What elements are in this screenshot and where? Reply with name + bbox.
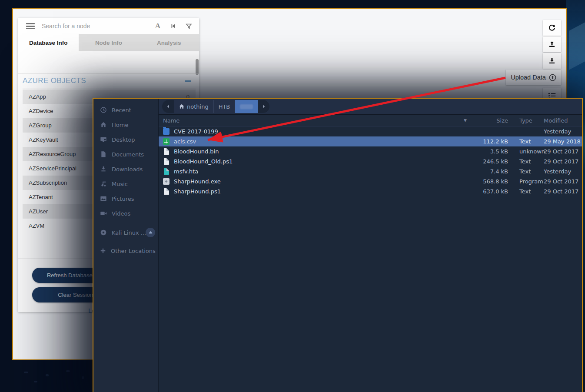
home-icon	[179, 103, 185, 110]
file-icon	[164, 188, 169, 195]
file-row-bloodhound-bin[interactable]: BloodHound.bin 3.5 kB unknown 29 Oct 201…	[159, 146, 582, 156]
pictures-icon	[100, 195, 107, 202]
refresh-button[interactable]	[543, 20, 561, 36]
column-header-modified[interactable]: Modified	[538, 117, 582, 124]
file-row-acls-csv[interactable]: acls.csv 112.2 kB Text 29 May 2018	[159, 136, 582, 146]
file-icon	[164, 148, 169, 155]
spreadsheet-icon	[163, 138, 170, 145]
wallpaper-shape	[569, 17, 585, 70]
sidebar-item-desktop[interactable]: Desktop	[93, 132, 158, 147]
upload-icon	[548, 40, 556, 48]
breadcrumb-back-button[interactable]	[162, 100, 174, 113]
disc-icon	[100, 229, 107, 236]
recent-icon	[100, 106, 107, 113]
sidebar-item-videos[interactable]: Videos	[93, 206, 158, 221]
file-row-bloodhound-old-ps1[interactable]: BloodHound_Old.ps1 246.5 kB Text 29 Oct …	[159, 156, 582, 166]
collapse-icon[interactable]	[185, 80, 191, 82]
sidebar-item-home[interactable]: Home	[93, 117, 158, 132]
videos-icon	[100, 210, 107, 217]
chevron-right-icon	[262, 104, 266, 109]
file-row-sharphound-exe[interactable]: SharpHound.exe 568.8 kB Program 29 Oct 2…	[159, 176, 582, 186]
plus-icon	[100, 248, 106, 254]
download-icon	[548, 57, 556, 65]
column-header-size[interactable]: Size	[476, 117, 508, 124]
desktop-mark	[24, 372, 28, 373]
desktop-mark	[66, 370, 70, 372]
file-list: CVE-2017-0199 Yesterday acls.csv 112.2 k…	[159, 126, 582, 392]
downloads-icon	[100, 166, 107, 173]
file-chooser-dialog: Recent Home Desktop Documents Downloads …	[93, 98, 583, 392]
breadcrumb-htb[interactable]: HTB	[214, 100, 236, 113]
upload-circle-icon	[549, 74, 556, 81]
breadcrumb-forward-button[interactable]	[258, 100, 269, 113]
file-icon	[164, 168, 169, 175]
file-row-cve-2017-0199[interactable]: CVE-2017-0199 Yesterday	[159, 126, 582, 136]
menu-icon[interactable]	[26, 23, 35, 29]
breadcrumb-current-folder[interactable]	[235, 100, 258, 113]
redacted-folder-name	[240, 104, 253, 109]
sidebar-item-documents[interactable]: Documents	[93, 147, 158, 162]
search-bar: A	[18, 18, 199, 34]
divider	[23, 89, 196, 89]
file-list-header: Name ▼ Size Type Modified	[159, 115, 582, 126]
executable-icon	[163, 178, 170, 185]
desktop-mark	[34, 381, 37, 382]
azure-objects-title: AZURE OBJECTS	[23, 76, 86, 85]
download-button[interactable]	[543, 53, 561, 69]
sidebar-item-pictures[interactable]: Pictures	[93, 191, 158, 206]
music-icon	[100, 180, 107, 187]
sort-descending-icon[interactable]: ▼	[464, 118, 476, 123]
pathfinding-icon[interactable]: A	[155, 22, 160, 30]
tab-analysis[interactable]: Analysis	[139, 34, 199, 51]
upload-button[interactable]	[543, 37, 561, 52]
file-icon	[164, 158, 169, 165]
home-icon	[100, 121, 107, 128]
file-row-msfv-hta[interactable]: msfv.hta 7.4 kB Text Yesterday	[159, 166, 582, 176]
dialog-sidebar: Recent Home Desktop Documents Downloads …	[93, 99, 159, 392]
column-header-name[interactable]: Name	[159, 117, 464, 124]
back-icon[interactable]	[170, 23, 176, 29]
desktop-icon	[100, 136, 107, 143]
refresh-icon	[548, 24, 556, 32]
column-header-type[interactable]: Type	[508, 117, 538, 124]
documents-icon	[100, 151, 107, 158]
tab-bar: Database Info Node Info Analysis	[18, 34, 199, 51]
upload-data-button[interactable]: Upload Data	[506, 70, 561, 85]
tab-node-info[interactable]: Node Info	[79, 34, 139, 51]
filter-icon[interactable]	[186, 23, 192, 30]
dialog-path-bar: nothing HTB	[159, 99, 582, 115]
sidebar-item-kali-linux-volume[interactable]: Kali Linux ...	[93, 225, 158, 240]
desktop-mark	[82, 376, 84, 379]
sidebar-item-other-locations[interactable]: Other Locations	[93, 243, 158, 258]
panel-scrollbar[interactable]	[196, 59, 199, 75]
sidebar-item-recent[interactable]: Recent	[93, 103, 158, 117]
breadcrumb-home[interactable]: nothing	[174, 100, 214, 113]
search-input[interactable]	[41, 22, 128, 30]
eject-button[interactable]	[146, 228, 155, 237]
chevron-left-icon	[166, 104, 170, 109]
sidebar-item-downloads[interactable]: Downloads	[93, 162, 158, 176]
sidebar-item-music[interactable]: Music	[93, 176, 158, 191]
folder-icon	[163, 128, 170, 135]
breadcrumb: nothing HTB	[162, 100, 269, 113]
divider	[18, 73, 199, 73]
file-row-sharphound-ps1[interactable]: SharpHound.ps1 637.0 kB Text 29 Oct 2017	[159, 186, 582, 196]
eject-icon	[148, 230, 153, 235]
desktop-mark	[46, 374, 49, 376]
tab-database-info[interactable]: Database Info	[18, 34, 79, 51]
